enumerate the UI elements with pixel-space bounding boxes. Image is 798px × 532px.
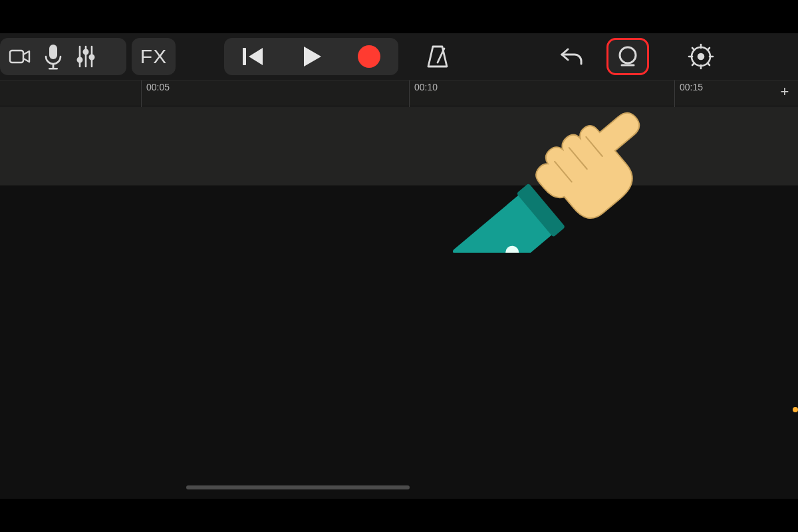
svg-rect-10: [243, 48, 246, 65]
ruler-tick: [674, 80, 675, 107]
settings-button[interactable]: [687, 43, 715, 70]
loop-icon: [615, 44, 640, 69]
mixer-sliders-icon[interactable]: [74, 44, 97, 69]
record-button[interactable]: [356, 43, 382, 70]
svg-line-24: [708, 48, 710, 50]
svg-point-8: [84, 50, 88, 54]
metronome-icon[interactable]: [424, 43, 452, 70]
ruler-label: 00:10: [414, 82, 438, 92]
svg-rect-0: [10, 51, 23, 63]
add-track-button[interactable]: +: [775, 83, 794, 100]
camera-view-icon[interactable]: [8, 45, 32, 68]
ruler-label: 00:15: [680, 82, 703, 92]
timeline-ruler[interactable]: 00:05 00:10 00:15 +: [0, 80, 798, 106]
audio-editor-window: FX: [0, 33, 798, 499]
track-lane[interactable]: [0, 106, 798, 186]
undo-button[interactable]: [557, 43, 585, 70]
ruler-tick: [141, 80, 142, 107]
svg-rect-1: [49, 45, 57, 59]
svg-point-7: [78, 58, 82, 62]
ruler-tick: [409, 80, 410, 107]
svg-rect-2: [53, 64, 55, 68]
transport-group: [224, 38, 398, 75]
svg-line-21: [692, 48, 694, 50]
fx-button[interactable]: FX: [132, 38, 176, 75]
edge-indicator-dot: [793, 407, 798, 412]
svg-line-22: [708, 63, 710, 65]
svg-point-16: [698, 54, 704, 59]
toolbar: FX: [0, 33, 798, 80]
loop-browser-button[interactable]: [606, 38, 649, 75]
svg-point-9: [90, 55, 94, 59]
play-button[interactable]: [299, 44, 324, 69]
fx-label: FX: [140, 45, 167, 68]
svg-line-23: [692, 63, 694, 65]
svg-point-11: [358, 45, 380, 68]
horizontal-scroll-indicator[interactable]: [186, 485, 410, 489]
ruler-label: 00:05: [146, 82, 170, 92]
svg-point-13: [620, 47, 636, 63]
microphone-icon[interactable]: [43, 43, 64, 70]
svg-line-12: [438, 49, 444, 63]
tracks-empty-area: [0, 186, 798, 499]
svg-rect-3: [49, 68, 58, 70]
rewind-button[interactable]: [240, 44, 267, 69]
view-mode-group: [0, 38, 126, 75]
